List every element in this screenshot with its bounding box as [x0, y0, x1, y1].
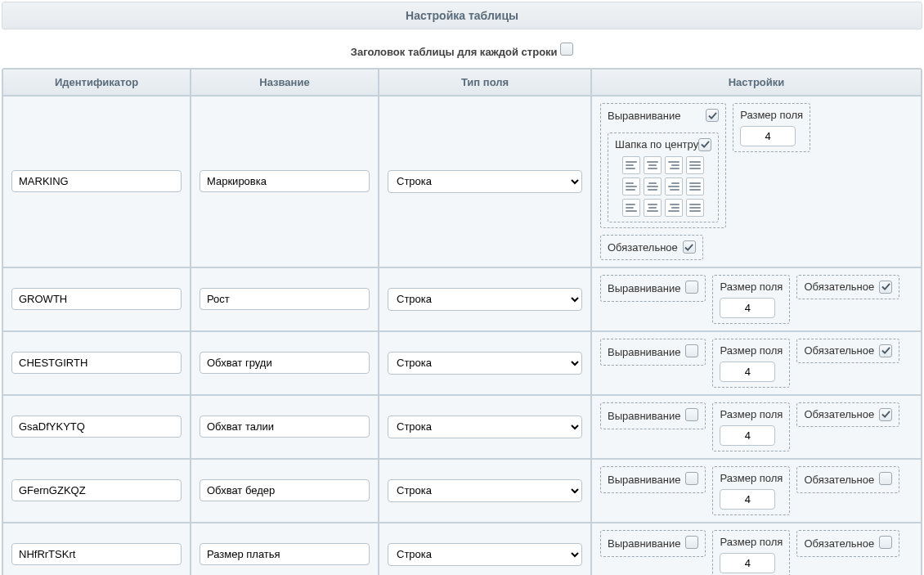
required-group: Обязательное	[796, 402, 899, 428]
field-size-input[interactable]	[720, 553, 775, 573]
type-select[interactable]: Строка	[388, 352, 582, 375]
field-size-group: Размер поля	[712, 402, 790, 451]
required-label: Обязательное	[804, 408, 874, 420]
id-input[interactable]	[11, 479, 182, 501]
required-group: Обязательное	[796, 466, 899, 493]
field-size-label: Размер поля	[720, 344, 783, 357]
alignment-checkbox	[685, 536, 698, 551]
align-option-9[interactable]	[644, 199, 662, 217]
alignment-group: Выравнивание	[600, 402, 706, 429]
align-option-0[interactable]	[622, 156, 640, 174]
required-group: Обязательное	[796, 339, 899, 364]
required-checkbox	[879, 472, 892, 487]
page-title: Настройка таблицы	[2, 2, 922, 29]
header-center-label: Шапка по центру	[615, 138, 698, 150]
field-size-group: Размер поля	[712, 275, 790, 324]
field-size-group: Размер поля	[712, 530, 790, 576]
required-label: Обязательное	[608, 241, 678, 254]
col-header-type: Тип поля	[379, 69, 591, 96]
id-input[interactable]	[11, 288, 182, 310]
align-option-1[interactable]	[644, 156, 662, 174]
field-size-group: Размер поля	[712, 339, 790, 388]
name-input[interactable]	[200, 543, 370, 565]
field-size-input[interactable]	[720, 425, 775, 446]
field-size-label: Размер поля	[720, 472, 783, 484]
header-center-checkbox	[698, 138, 711, 152]
id-input[interactable]	[11, 352, 182, 374]
field-size-label: Размер поля	[720, 408, 783, 420]
id-input[interactable]	[11, 170, 182, 192]
alignment-label: Выравнивание	[608, 474, 680, 486]
field-size-input[interactable]	[720, 489, 775, 510]
alignment-group: Выравнивание	[600, 530, 706, 557]
name-input[interactable]	[200, 288, 370, 310]
alignment-subpanel: Шапка по центру	[608, 133, 719, 223]
table-row: СтрокаВыравниваниеРазмер поляОбязательно…	[2, 523, 922, 576]
alignment-checkbox	[685, 408, 698, 424]
id-input[interactable]	[11, 416, 182, 438]
align-option-7[interactable]	[686, 177, 704, 195]
align-option-6[interactable]	[665, 177, 683, 195]
table-row: СтрокаВыравниваниеШапка по центруРазмер …	[2, 96, 922, 267]
field-size-group: Размер поля	[712, 466, 790, 515]
alignment-label: Выравнивание	[608, 537, 680, 550]
required-checkbox	[879, 344, 892, 358]
field-size-label: Размер поля	[720, 281, 783, 293]
subheader-row: Заголовок таблицы для каждой строки	[2, 34, 922, 68]
table-row: СтрокаВыравниваниеРазмер поляОбязательно…	[2, 395, 922, 459]
alignment-checkbox	[706, 109, 719, 123]
table-row: СтрокаВыравниваниеРазмер поляОбязательно…	[2, 331, 922, 395]
alignment-group: Выравнивание	[600, 466, 706, 493]
align-option-10[interactable]	[665, 199, 683, 217]
alignment-label: Выравнивание	[608, 110, 680, 122]
table-row: СтрокаВыравниваниеРазмер поляОбязательно…	[2, 267, 922, 331]
align-option-3[interactable]	[686, 156, 704, 174]
name-input[interactable]	[200, 352, 370, 374]
required-label: Обязательное	[804, 281, 874, 293]
name-input[interactable]	[200, 479, 370, 501]
config-table: Идентификатор Название Тип поля Настройк…	[2, 68, 922, 575]
col-header-name: Название	[191, 69, 379, 96]
required-group: Обязательное	[600, 235, 703, 260]
required-label: Обязательное	[804, 537, 874, 550]
alignment-label: Выравнивание	[608, 346, 680, 358]
subheader-label: Заголовок таблицы для каждой строки	[351, 46, 558, 58]
field-size-label: Размер поля	[740, 109, 803, 121]
alignment-checkbox	[685, 344, 698, 360]
alignment-group: ВыравниваниеШапка по центру	[600, 103, 726, 228]
id-input[interactable]	[11, 543, 182, 565]
required-checkbox	[879, 408, 892, 422]
col-header-settings: Настройки	[591, 69, 922, 96]
field-size-input[interactable]	[740, 126, 796, 146]
subheader-checkbox[interactable]	[560, 43, 573, 56]
type-select[interactable]: Строка	[388, 288, 582, 311]
type-select[interactable]: Строка	[388, 479, 582, 502]
alignment-group: Выравнивание	[600, 339, 706, 366]
align-option-8[interactable]	[622, 199, 640, 217]
name-input[interactable]	[200, 170, 370, 192]
required-checkbox	[683, 240, 696, 254]
alignment-label: Выравнивание	[608, 282, 680, 294]
required-group: Обязательное	[796, 530, 899, 557]
alignment-checkbox	[685, 472, 698, 487]
alignment-checkbox	[685, 281, 698, 296]
name-input[interactable]	[200, 416, 370, 438]
col-header-id: Идентификатор	[2, 69, 191, 96]
field-size-input[interactable]	[720, 362, 775, 382]
align-option-2[interactable]	[665, 156, 683, 174]
field-size-label: Размер поля	[720, 536, 783, 548]
align-option-4[interactable]	[622, 177, 640, 195]
required-label: Обязательное	[804, 474, 874, 486]
required-checkbox	[879, 281, 892, 294]
alignment-group: Выравнивание	[600, 275, 706, 302]
field-size-input[interactable]	[720, 298, 775, 318]
type-select[interactable]: Строка	[388, 416, 582, 438]
alignment-label: Выравнивание	[608, 410, 680, 422]
align-option-5[interactable]	[644, 177, 662, 195]
required-group: Обязательное	[796, 275, 899, 300]
type-select[interactable]: Строка	[388, 543, 582, 566]
required-label: Обязательное	[804, 344, 874, 357]
type-select[interactable]: Строка	[388, 170, 582, 193]
field-size-group: Размер поля	[733, 103, 810, 152]
align-option-11[interactable]	[686, 199, 704, 217]
